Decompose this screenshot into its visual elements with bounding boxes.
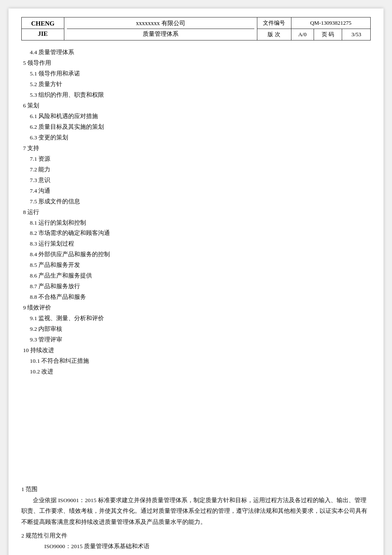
- section-paragraph: ISO9000：2015 质量管理体系基础和术语: [21, 541, 371, 552]
- version-value: A/0: [291, 29, 314, 40]
- toc-item: 8.6 产品生产和服务提供: [21, 271, 371, 281]
- brand-cell: CHENGJIE: [22, 17, 64, 40]
- toc-item: 9.2 内部审核: [21, 324, 371, 335]
- toc-item: 7.1 资源: [21, 154, 371, 165]
- toc-item: 8 运行: [21, 207, 371, 218]
- toc-item: 6.1 风险和机遇的应对措施: [21, 111, 371, 122]
- toc-item: 9.1 监视、测量、分析和评价: [21, 313, 371, 324]
- page-value: 3/53: [342, 29, 371, 40]
- toc-item: 6.2 质量目标及其实施的策划: [21, 122, 371, 133]
- toc-item: 8.5 产品和服务开发: [21, 260, 371, 271]
- toc-item: 7.5 形成文件的信息: [21, 197, 371, 207]
- section-heading-s2: 2 规范性引用文件: [21, 530, 371, 541]
- toc-item: 6.3 变更的策划: [21, 133, 371, 143]
- header-table: CHENGJIExxxxxxxx 有限公司质量管理体系文件编号QM-130938…: [21, 17, 371, 40]
- body-section: 1 范围企业依据 ISO9001：2015 标准要求建立并保持质量管理体系，制定…: [21, 484, 371, 555]
- toc-item: 5.1 领导作用和承诺: [21, 69, 371, 79]
- section-heading-s1: 1 范围: [21, 484, 371, 495]
- section-paragraph: 企业依据 ISO9001：2015 标准要求建立并保持质量管理体系，制定质量方针…: [21, 495, 371, 528]
- toc-item: 5.2 质量方针: [21, 79, 371, 90]
- version-label: 版 次: [257, 29, 291, 40]
- toc-item: 7.4 沟通: [21, 186, 371, 197]
- toc-item: 7.3 意识: [21, 175, 371, 186]
- toc-item: 9 绩效评价: [21, 303, 371, 313]
- toc-item: 8.8 不合格产品和服务: [21, 292, 371, 303]
- toc-item: 8.4 外部供应产品和服务的控制: [21, 249, 371, 260]
- toc-item: 5 领导作用: [21, 58, 371, 69]
- toc-item: 8.3 运行策划过程: [21, 239, 371, 249]
- toc-item: 7.2 能力: [21, 165, 371, 175]
- page-label: 页 码: [314, 29, 342, 40]
- toc-item: 4.4 质量管理体系: [21, 47, 371, 58]
- doc-number-label: 文件编号: [257, 17, 291, 29]
- toc-item: 9.3 管理评审: [21, 335, 371, 345]
- company-name: xxxxxxxx 有限公司质量管理体系: [64, 17, 257, 40]
- toc-item: 5.3 组织的作用、职责和权限: [21, 90, 371, 101]
- toc-item: 10.1 不符合和纠正措施: [21, 356, 371, 367]
- document-page: CHENGJIExxxxxxxx 有限公司质量管理体系文件编号QM-130938…: [9, 9, 383, 555]
- toc-item: 8.7 产品和服务放行: [21, 281, 371, 292]
- toc-item: 8.1 运行的策划和控制: [21, 218, 371, 228]
- toc-item: 7 支持: [21, 143, 371, 154]
- doc-number-value: QM-13093821275: [291, 17, 370, 29]
- toc-item: 8.2 市场需求的确定和顾客沟通: [21, 228, 371, 239]
- toc-section: 4.4 质量管理体系5 领导作用5.1 领导作用和承诺5.2 质量方针5.3 组…: [21, 47, 371, 377]
- toc-item: 10.2 改进: [21, 367, 371, 377]
- toc-item: 10 持续改进: [21, 345, 371, 356]
- toc-item: 6 策划: [21, 101, 371, 111]
